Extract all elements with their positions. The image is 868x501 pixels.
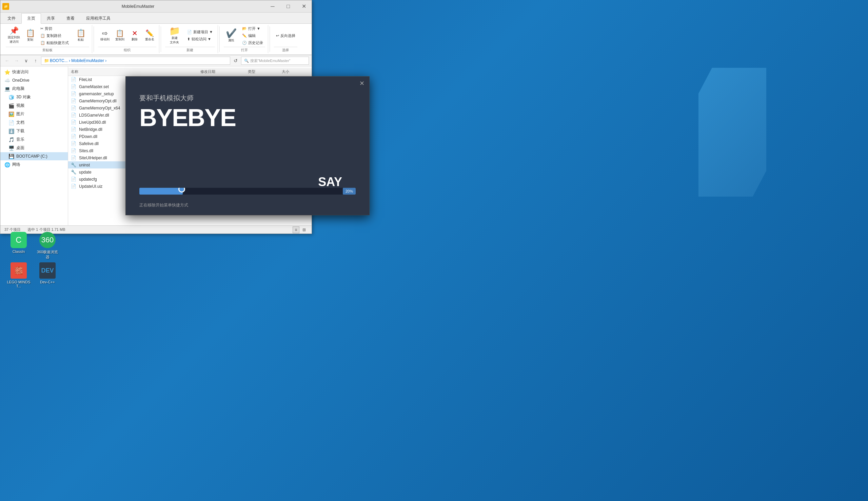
file-icon-netbridge: 📄 — [71, 127, 77, 132]
paste-button[interactable]: 📋 粘贴 — [72, 28, 89, 43]
desktop-icon-sidebar: 🖥️ — [9, 146, 14, 151]
file-icon-siteui: 📄 — [71, 155, 77, 160]
edit-button[interactable]: ✏️ 编辑 — [240, 33, 265, 39]
pictures-icon: 🖼️ — [9, 111, 14, 117]
path-breadcrumb: 📁 BOOTC... › MobileEmuMaster › — [44, 58, 106, 63]
paste-shortcut-button[interactable]: 📋 粘贴快捷方式 — [38, 40, 71, 46]
file-icon-liveupd: 📄 — [71, 120, 77, 125]
progress-label: 20% — [343, 188, 356, 194]
dialog-close-button[interactable]: ✕ — [358, 79, 366, 87]
file-icon-gms: 📄 — [71, 91, 77, 96]
ribbon-group-new: 📁 新建文件夹 📄 新建项目 ▼ ⬆ 轻松访问 ▼ 新建 — [162, 25, 218, 53]
properties-button[interactable]: ✔️ 属性 — [224, 28, 239, 44]
moveto-button[interactable]: ⇨ 移动到 — [98, 29, 112, 43]
sidebar-item-thispc[interactable]: 💻 此电脑 — [0, 84, 68, 93]
copy-path-button[interactable]: 📋 复制路径 — [38, 33, 71, 39]
sidebar-item-onedrive[interactable]: ☁️ OneDrive — [0, 76, 68, 84]
sidebar-item-music[interactable]: 🎵 音乐 — [0, 135, 68, 144]
music-label: 音乐 — [16, 137, 24, 142]
copyto-button[interactable]: 📋 复制到 — [113, 29, 126, 43]
desktop-icon-devcpp[interactable]: DEV Dev-C++ — [34, 261, 61, 285]
tab-view[interactable]: 查看 — [61, 13, 80, 23]
address-path[interactable]: 📁 BOOTC... › MobileEmuMaster › — [41, 57, 230, 65]
close-button[interactable]: ✕ — [296, 0, 311, 12]
newfolder-icon: 📁 — [169, 26, 180, 35]
docs-label: 文档 — [16, 120, 24, 125]
delete-icon: ✕ — [132, 30, 138, 36]
sidebar-item-network[interactable]: 🌐 网络 — [0, 160, 68, 169]
music-icon: 🎵 — [9, 137, 14, 142]
sidebar-item-desktop[interactable]: 🖥️ 桌面 — [0, 144, 68, 152]
file-icon-gamememory: 📄 — [71, 98, 77, 103]
sidebar-item-3d[interactable]: 🧊 3D 对象 — [0, 93, 68, 102]
ribbon-group-open: ✔️ 属性 📂 打开 ▼ ✏️ 编辑 🕐 — [221, 25, 268, 53]
sidebar-item-bootcamp[interactable]: 💾 BOOTCAMP (C:) — [0, 152, 68, 160]
download-icon: ⬇️ — [9, 128, 14, 134]
tab-file[interactable]: 文件 — [2, 13, 21, 23]
refresh-button[interactable]: ↺ — [232, 57, 240, 65]
quickaccess-icon: ⭐ — [4, 70, 10, 75]
forward-button[interactable]: → — [12, 57, 21, 65]
desktop-icon-360browser[interactable]: 360 360极速浏览器 — [34, 231, 61, 261]
history-button[interactable]: 🕐 历史记录 — [240, 40, 265, 46]
details-view-button[interactable]: ≡ — [293, 226, 299, 233]
newfolder-button[interactable]: 📁 新建文件夹 — [165, 25, 184, 46]
360browser-label: 360极速浏览器 — [35, 249, 60, 260]
pin-button[interactable]: 📌 固定到快速访问 — [6, 26, 22, 45]
onedrive-icon: ☁️ — [4, 78, 10, 83]
organize-buttons: ⇨ 移动到 📋 复制到 ✕ 删除 ✏️ 重命名 — [98, 25, 156, 46]
maximize-button[interactable]: □ — [280, 0, 296, 12]
open-button[interactable]: 📂 打开 ▼ — [240, 25, 265, 32]
network-icon: 🌐 — [4, 162, 10, 168]
windows-logo-decoration — [698, 68, 773, 210]
3d-icon: 🧊 — [9, 95, 14, 100]
open-buttons: ✔️ 属性 📂 打开 ▼ ✏️ 编辑 🕐 — [224, 25, 265, 46]
file-icon-ldsgame: 📄 — [71, 113, 77, 118]
desktop-icon-classin[interactable]: C ClassIn — [5, 231, 32, 255]
header-size: 大小 — [282, 69, 309, 74]
header-type: 类型 — [248, 69, 282, 74]
pasteshortcut-icon: 📋 — [40, 41, 45, 45]
search-icon: 🔍 — [244, 58, 249, 63]
up-button[interactable]: ↑ — [32, 57, 40, 65]
newitem-button[interactable]: 📄 新建项目 ▼ — [185, 29, 215, 35]
window-icon: 📁 — [2, 3, 9, 10]
select-label: 选择 — [274, 47, 297, 53]
tab-app-tools[interactable]: 应用程序工具 — [80, 13, 116, 23]
minimize-button[interactable]: ─ — [265, 0, 280, 12]
properties-icon: ✔️ — [226, 29, 237, 38]
window-title: MobileEmuMaster — [11, 4, 265, 9]
sidebar-item-pictures[interactable]: 🖼️ 图片 — [0, 110, 68, 118]
tab-home[interactable]: 主页 — [21, 13, 41, 24]
dialog-say-label: SAY — [318, 175, 342, 189]
tab-share[interactable]: 共享 — [41, 13, 61, 23]
video-label: 视频 — [16, 103, 24, 108]
file-icon-updateui: 📄 — [71, 184, 77, 189]
back-button[interactable]: ← — [3, 57, 11, 65]
sidebar: ⭐ 快速访问 ☁️ OneDrive 💻 此电脑 🧊 3D 对象 🎬 — [0, 66, 68, 225]
desktop-icon-lego[interactable]: 🧱 LEGO MINDST... — [5, 261, 32, 289]
sidebar-item-quick[interactable]: ⭐ 快速访问 — [0, 68, 68, 76]
large-icons-view-button[interactable]: ⊞ — [301, 226, 308, 233]
delete-button[interactable]: ✕ 删除 — [128, 29, 141, 43]
file-icon-safelive: 📄 — [71, 141, 77, 146]
devcpp-label: Dev-C++ — [40, 280, 55, 284]
rename-button[interactable]: ✏️ 重命名 — [143, 29, 156, 43]
bootcamp-icon: 💾 — [9, 153, 14, 159]
file-icon-update: 🔧 — [71, 170, 77, 174]
recent-locations-button[interactable]: ∨ — [22, 57, 30, 65]
cut-button[interactable]: ✂ 剪切 — [38, 25, 71, 32]
copy-button[interactable]: 📋 复制 — [23, 28, 37, 43]
copyto-icon: 📋 — [116, 30, 124, 36]
thispc-label: 此电脑 — [12, 86, 24, 92]
search-box[interactable]: 🔍 搜索"MobileEmuMaster" — [241, 57, 309, 65]
classin-icon: C — [11, 232, 27, 248]
sidebar-item-video[interactable]: 🎬 视频 — [0, 102, 68, 110]
sidebar-item-download[interactable]: ⬇️ 下载 — [0, 127, 68, 135]
dialog-progress-area: 20% — [139, 188, 356, 194]
organize-label: 组织 — [98, 47, 156, 53]
dialog-main-title: BYEBYE — [139, 105, 236, 130]
sidebar-item-docs[interactable]: 📄 文档 — [0, 118, 68, 127]
reverse-select-button[interactable]: ↩ 反向选择 — [274, 33, 297, 39]
easyaccess-button[interactable]: ⬆ 轻松访问 ▼ — [185, 36, 215, 42]
